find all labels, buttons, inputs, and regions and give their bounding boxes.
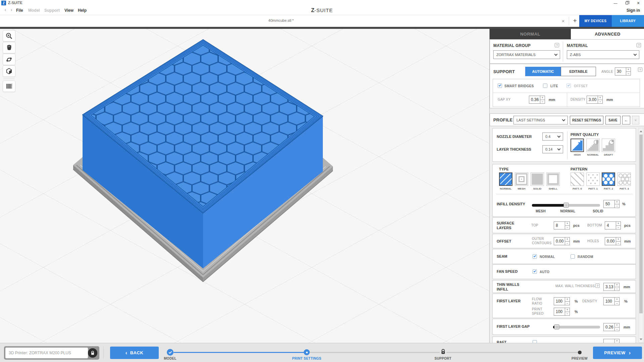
tab-normal[interactable]: NORMAL	[490, 29, 571, 39]
thin-walls-help-icon[interactable]: ?	[595, 283, 600, 288]
support-density-input[interactable]: 3.00	[587, 96, 598, 104]
printer-lock-button[interactable]	[88, 348, 97, 358]
rotate-tool-button[interactable]	[3, 54, 15, 65]
pattern-2-tile[interactable]	[602, 172, 615, 186]
infill-decrement-button[interactable]: −	[615, 204, 620, 208]
flow-ratio-decrement-button[interactable]: −	[565, 302, 570, 306]
pan-tool-button[interactable]	[3, 42, 15, 53]
holes-input[interactable]: 0.00	[605, 237, 616, 245]
surface-bottom-decrement-button[interactable]: −	[616, 226, 621, 230]
step-preview-node[interactable]	[578, 351, 582, 354]
preview-button[interactable]: PREVIEW ›	[593, 347, 642, 359]
scrollbar-thumb[interactable]	[639, 135, 643, 313]
first-layer-density-decrement-button[interactable]: −	[615, 302, 620, 306]
nozzle-diameter-select[interactable]: 0.4	[542, 133, 563, 141]
pattern-1-tile[interactable]	[586, 172, 600, 186]
tab-add-button[interactable]: +	[571, 16, 579, 25]
library-button[interactable]: LIBRARY	[612, 15, 644, 27]
material-group-help-icon[interactable]: ?	[555, 43, 559, 47]
thin-walls-input[interactable]: 3.13	[603, 283, 615, 291]
print-speed-input[interactable]: 100	[554, 308, 565, 316]
scroll-down-button[interactable]	[639, 337, 643, 342]
holes-increment-button[interactable]: +	[616, 237, 621, 242]
maximize-button[interactable]	[621, 0, 633, 6]
step-support-node[interactable]	[440, 348, 446, 356]
pattern-3-tile[interactable]	[617, 172, 631, 186]
pattern-0-tile[interactable]	[571, 172, 584, 186]
type-solid-tile[interactable]	[531, 172, 544, 186]
seam-random-checkbox[interactable]	[571, 254, 575, 259]
layer-thickness-select[interactable]: 0.14	[542, 145, 563, 153]
first-layer-gap-increment-button[interactable]: +	[615, 323, 620, 327]
print-speed-increment-button[interactable]: +	[565, 308, 570, 312]
surface-top-input[interactable]: 8	[554, 221, 565, 229]
surface-top-decrement-button[interactable]: −	[565, 226, 570, 230]
support-density-increment-button[interactable]: +	[598, 96, 603, 100]
first-layer-gap-input[interactable]: 0.26	[603, 323, 615, 331]
model-cube[interactable]	[83, 40, 323, 268]
angle-decrement-button[interactable]: −	[626, 72, 631, 76]
step-model-node[interactable]	[167, 349, 174, 356]
first-layer-density-increment-button[interactable]: +	[615, 297, 620, 302]
step-print-settings-node[interactable]	[304, 349, 310, 355]
angle-increment-button[interactable]: +	[626, 67, 631, 72]
zoom-tool-button[interactable]	[3, 30, 15, 42]
first-layer-gap-slider[interactable]	[553, 326, 600, 328]
support-editable-button[interactable]: EDITABLE	[561, 67, 596, 76]
quality-normal-tile[interactable]	[586, 139, 600, 152]
type-shell-tile[interactable]	[546, 172, 560, 186]
infill-density-input[interactable]: 50	[603, 200, 615, 208]
smart-bridges-checkbox[interactable]	[498, 84, 502, 88]
thin-walls-decrement-button[interactable]: −	[615, 287, 620, 291]
offset-checkbox[interactable]	[566, 84, 571, 88]
raft-increment-button[interactable]: +	[615, 339, 620, 343]
fan-auto-checkbox[interactable]	[533, 269, 537, 274]
angle-input[interactable]: 30	[615, 67, 626, 75]
outer-contours-input[interactable]: 0.00	[554, 237, 565, 245]
support-help-icon[interactable]: ?	[638, 67, 642, 72]
raft-checkbox[interactable]	[533, 340, 537, 343]
delete-profile-button[interactable]: ×	[632, 116, 639, 124]
gap-xy-increment-button[interactable]: +	[540, 96, 545, 100]
support-density-decrement-button[interactable]: −	[598, 100, 603, 104]
view-cube-tool-button[interactable]	[3, 65, 15, 77]
material-select[interactable]: Z-ABS	[567, 50, 639, 59]
gap-xy-input[interactable]: 0.36	[529, 96, 540, 104]
slider-thumb[interactable]	[563, 203, 568, 208]
tab-advanced[interactable]: ADVANCED	[571, 29, 644, 39]
flow-ratio-increment-button[interactable]: +	[565, 297, 570, 302]
reset-settings-button[interactable]: RESET SETTINGS	[570, 116, 603, 124]
material-help-icon[interactable]: ?	[637, 43, 641, 47]
profile-select[interactable]: LAST SETTINGS	[513, 116, 568, 124]
slider-thumb[interactable]	[554, 324, 559, 329]
viewport-3d[interactable]	[0, 29, 489, 343]
holes-decrement-button[interactable]: −	[616, 242, 621, 246]
print-speed-decrement-button[interactable]: −	[565, 312, 570, 316]
quality-draft-tile[interactable]	[602, 139, 615, 152]
surface-bottom-input[interactable]: 4	[605, 221, 616, 229]
sign-in-link[interactable]: Sign in	[627, 8, 640, 13]
my-devices-button[interactable]: MY DEVICES	[579, 15, 612, 27]
infill-density-slider[interactable]	[532, 204, 600, 207]
close-button[interactable]: ×	[633, 0, 644, 6]
material-group-select[interactable]: ZORTRAX MATERIALS	[493, 50, 560, 59]
first-layer-density-input[interactable]: 100	[603, 297, 615, 305]
first-layer-gap-decrement-button[interactable]: −	[615, 327, 620, 331]
surface-top-increment-button[interactable]: +	[565, 221, 570, 226]
gap-xy-decrement-button[interactable]: −	[540, 100, 545, 104]
printer-name-field[interactable]: 3D Printer: ZORTRAX M200 PLUS	[5, 348, 88, 358]
scene-canvas[interactable]	[0, 29, 489, 343]
lite-checkbox[interactable]	[543, 84, 547, 88]
quality-high-tile[interactable]	[571, 139, 584, 152]
surface-bottom-increment-button[interactable]: +	[616, 221, 621, 226]
outer-contours-decrement-button[interactable]: −	[565, 242, 570, 246]
tab-close-icon[interactable]: ×	[560, 18, 566, 24]
raft-input[interactable]	[603, 339, 615, 343]
import-profile-button[interactable]: ←	[622, 116, 630, 124]
panel-scrollbar[interactable]	[639, 128, 643, 343]
type-normal-tile[interactable]	[499, 172, 512, 186]
layers-tool-button[interactable]	[3, 81, 15, 92]
minimize-button[interactable]: —	[610, 0, 621, 6]
seam-normal-checkbox[interactable]	[533, 254, 537, 259]
document-tab[interactable]: 40mmcube.stl *	[0, 18, 562, 22]
